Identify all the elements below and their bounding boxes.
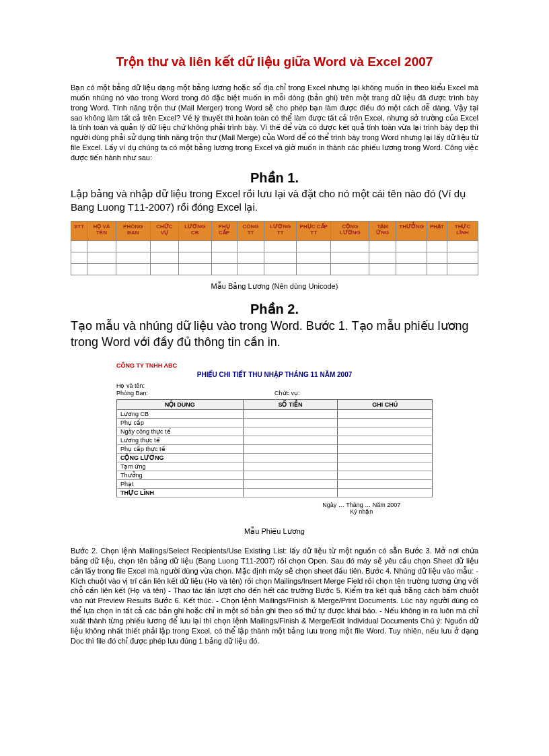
intro-paragraph: Bạn có một bảng dữ liệu dạng một bảng lư…	[71, 83, 478, 163]
slip-note	[338, 480, 433, 489]
slip-amount	[243, 454, 338, 462]
slip-amount	[243, 489, 338, 497]
slip-amount	[243, 419, 338, 427]
slip-row: Phạt	[117, 480, 433, 489]
slip-amount	[243, 427, 338, 436]
slip-note	[338, 471, 433, 480]
col-phat: PHẠT	[427, 221, 447, 241]
label-hoten: Họ và tên:	[116, 382, 274, 389]
slip-note	[338, 410, 433, 419]
slip-note	[338, 419, 433, 427]
table1-caption: Mẫu Bảng Lương (Nên dùng Unicode)	[71, 282, 478, 291]
col-tamung: TẠM ỨNG	[369, 221, 396, 241]
slip-note	[338, 427, 433, 436]
section1-header: Phần 1.	[71, 170, 478, 186]
section2-header: Phần 2.	[71, 301, 478, 317]
table-row	[71, 264, 478, 275]
col-congluong: CỘNG LƯƠNG	[331, 221, 369, 241]
label-chucvu: Chức vụ:	[274, 390, 433, 397]
document-title: Trộn thư và liên kết dữ liệu giữa Word v…	[71, 54, 478, 69]
slip-col-ghichu: GHI CHÚ	[338, 400, 433, 410]
salary-slip: CÔNG TY TNHH ABC PHIẾU CHI TIẾT THU NHẬP…	[110, 357, 439, 520]
steps-text: Bước 2. Chọn lệnh Mailings/Select Recipi…	[71, 546, 478, 646]
slip-note	[338, 489, 433, 497]
slip-note	[338, 454, 433, 462]
slip-note	[338, 462, 433, 471]
slip-caption: Mẫu Phiếu Lương	[71, 527, 478, 536]
slip-label: Lương thực tế	[117, 436, 244, 445]
slip-row: Lương thực tế	[117, 436, 433, 445]
excel-sample-table: STT HỌ VÀ TÊN PHÒNG BAN CHỨC VỤ LƯƠNG CB…	[71, 221, 478, 275]
slip-table: NỘI DUNG SỐ TIỀN GHI CHÚ Lương CBPhụ cấp…	[116, 399, 433, 497]
document-page: Trộn thư và liên kết dữ liệu giữa Word v…	[0, 0, 549, 699]
company-name: CÔNG TY TNHH ABC	[116, 362, 433, 369]
col-phongban: PHÒNG BAN	[116, 221, 150, 241]
signer: Ký nhận	[291, 508, 433, 515]
col-thuclinh: THỰC LĨNH	[447, 221, 478, 241]
col-stt: STT	[71, 221, 87, 241]
col-phucaptt: PHỤC CẤP TT	[297, 221, 331, 241]
slip-label: Thưởng	[117, 471, 244, 480]
slip-label: CỘNG LƯƠNG	[117, 454, 244, 462]
slip-col-sotien: SỐ TIỀN	[243, 400, 338, 410]
slip-label: Phạt	[117, 480, 244, 489]
slip-label: Phụ cấp	[117, 419, 244, 427]
slip-amount	[243, 462, 338, 471]
slip-note	[338, 436, 433, 445]
col-thuong: THƯỞNG	[396, 221, 427, 241]
section2-desc: Tạo mẫu và nhúng dữ liệu vào trong Word.…	[71, 318, 478, 350]
label-phongban: Phòng Ban:	[116, 390, 274, 397]
col-chucvu: CHỨC VỤ	[150, 221, 178, 241]
slip-title: PHIẾU CHI TIẾT THU NHẬP THÁNG 11 NĂM 200…	[116, 371, 433, 378]
slip-label: Ngày công thực tế	[117, 427, 244, 436]
sign-date: Ngày … Tháng … Năm 2007	[291, 502, 433, 508]
table-row	[71, 252, 478, 264]
slip-amount	[243, 436, 338, 445]
section1-desc: Lập bảng và nhập dữ liệu trong Excel rồi…	[71, 187, 478, 215]
slip-amount	[243, 445, 338, 454]
slip-row: Phụ cấp thực tế	[117, 445, 433, 454]
slip-label: THỰC LĨNH	[117, 489, 244, 497]
slip-row: Lương CB	[117, 410, 433, 419]
slip-amount	[243, 410, 338, 419]
slip-row: Phụ cấp	[117, 419, 433, 427]
slip-col-noidung: NỘI DUNG	[117, 400, 244, 410]
slip-row: Tạm ứng	[117, 462, 433, 471]
slip-row: CỘNG LƯƠNG	[117, 454, 433, 462]
slip-row: Ngày công thực tế	[117, 427, 433, 436]
slip-amount	[243, 480, 338, 489]
slip-note	[338, 445, 433, 454]
col-congtt: CÔNG TT	[237, 221, 264, 241]
slip-label: Lương CB	[117, 410, 244, 419]
col-hoten: HỌ VÀ TÊN	[87, 221, 116, 241]
slip-label: Phụ cấp thực tế	[117, 445, 244, 454]
col-phucap: PHỤ CẤP	[211, 221, 237, 241]
slip-row: Thưởng	[117, 471, 433, 480]
slip-amount	[243, 471, 338, 480]
slip-label: Tạm ứng	[117, 462, 244, 471]
col-luongtt: LƯƠNG TT	[264, 221, 297, 241]
slip-row: THỰC LĨNH	[117, 489, 433, 497]
excel-table-wrap: STT HỌ VÀ TÊN PHÒNG BAN CHỨC VỤ LƯƠNG CB…	[71, 221, 478, 275]
col-luongcb: LƯƠNG CB	[178, 221, 211, 241]
table-row	[71, 241, 478, 252]
